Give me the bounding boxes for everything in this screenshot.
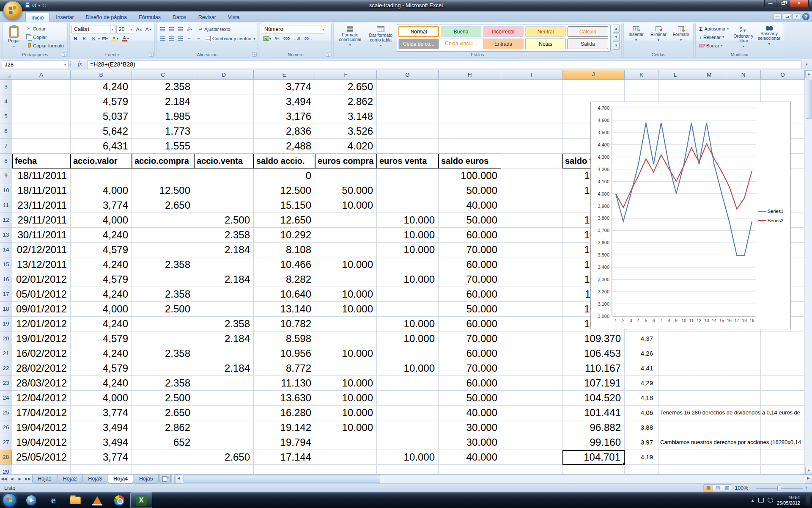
cell-B29[interactable] [71,465,132,474]
row-header-10[interactable]: 10 [0,183,12,198]
gallery-up-button[interactable]: ▲ [613,25,620,33]
tray-expand-icon[interactable]: ▲ [751,498,754,502]
office-button[interactable] [3,1,22,19]
first-sheet-button[interactable]: ◀◀ [0,475,8,483]
cell-F5[interactable]: 3.148 [315,109,377,124]
gallery-more-button[interactable]: ▼ [613,41,620,50]
cell-M20[interactable] [692,331,726,346]
cell-L28[interactable] [658,450,692,465]
cell-G7[interactable] [377,139,439,154]
cell-H12[interactable]: 50.000 [439,213,501,228]
zoom-level[interactable]: 100% [735,485,748,491]
cell-J20[interactable]: 109.370 [562,331,625,346]
cell-C10[interactable]: 12.500 [132,183,194,198]
row-header-15[interactable]: 15 [0,257,12,272]
network-icon[interactable] [758,498,764,502]
cell-D19[interactable]: 2.358 [194,317,254,331]
shrink-font-button[interactable]: A▼ [144,25,153,33]
cell-I4[interactable] [501,94,562,109]
underline-button[interactable]: S [89,35,97,43]
cell-B24[interactable]: 4,000 [71,391,132,406]
increase-decimal-button[interactable]: ←,0 [292,35,302,43]
cell-A9[interactable]: 18/11/2011 [12,168,71,183]
autosum-button[interactable]: ΣAutosuma▾ [697,25,730,33]
portapapeles-dialog-launcher[interactable]: ↘ [62,52,66,57]
cell-C20[interactable] [132,331,194,346]
cell-G12[interactable]: 10.000 [377,213,439,228]
cell-G13[interactable]: 10.000 [377,228,439,243]
cell-F11[interactable]: 10.000 [315,198,377,213]
cell-I22[interactable] [501,361,562,376]
insert-worksheet-button[interactable] [159,475,171,483]
cell-H3[interactable] [439,80,501,94]
cell-A23[interactable]: 28/03/2012 [12,376,71,391]
cell-J29[interactable] [562,465,625,474]
cell-N29[interactable] [726,465,761,474]
cell-E17[interactable]: 10.640 [254,287,315,302]
page-break-view-button[interactable]: ▥ [722,485,732,491]
format-painter-button[interactable]: Copiar formato [25,41,66,50]
taskbar-icon-media-player[interactable] [20,492,42,508]
row-header-21[interactable]: 21 [0,346,12,361]
cell-H5[interactable] [439,109,501,124]
cell-I12[interactable] [501,213,562,228]
cell-B16[interactable]: 4,579 [71,272,132,287]
cell-style-c-lculo[interactable]: Cálculo [568,26,608,37]
cell-F7[interactable]: 4.020 [315,139,377,154]
column-header-A[interactable]: A [12,70,71,80]
orientation-button[interactable]: ab▾ [185,25,194,33]
increase-indent-button[interactable]: ⇥ [194,35,202,43]
scroll-down-button[interactable]: ▼ [805,467,812,474]
cell-A19[interactable]: 12/01/2012 [12,317,71,331]
row-header-12[interactable]: 12 [0,213,12,228]
tab-splitter[interactable] [171,475,175,483]
cell-E7[interactable]: 2,488 [254,139,315,154]
cell-style-buena[interactable]: Buena [441,26,481,37]
cell-D3[interactable] [194,80,254,94]
row-header-7[interactable]: 7 [0,139,12,154]
cell-M24[interactable] [692,391,726,406]
cell-style-notas[interactable]: Notas [525,39,566,49]
taskbar-icon-internet-explorer[interactable]: e [42,492,64,508]
cell-B20[interactable]: 4,579 [71,331,132,346]
sheet-tab-hoja2[interactable]: Hoja2 [58,475,82,483]
font-name-combo[interactable]: Calibri▾ [71,25,115,33]
cell-H8[interactable]: saldo euros [439,154,501,168]
cell-J24[interactable]: 104.520 [562,391,625,406]
align-top-button[interactable] [159,25,167,33]
cell-D4[interactable] [194,94,254,109]
cell-F14[interactable] [315,243,377,257]
cell-B4[interactable]: 4,579 [71,94,132,109]
find-select-button[interactable]: Buscar y seleccionar▾ [756,25,782,52]
column-header-F[interactable]: F [315,70,377,80]
cell-A5[interactable] [12,109,71,124]
cell-B26[interactable]: 3,494 [71,420,132,435]
cell-D28[interactable]: 2.650 [194,450,254,465]
cell-O21[interactable] [761,346,805,361]
cell-N26[interactable] [726,420,761,435]
cell-I20[interactable] [501,331,562,346]
cell-D14[interactable]: 2.184 [194,243,254,257]
fill-button[interactable]: ↓Rellenar▾ [697,33,730,41]
cell-H25[interactable]: 40.000 [439,406,501,420]
cell-D25[interactable] [194,406,254,420]
align-center-button[interactable] [167,35,176,43]
cell-F12[interactable] [315,213,377,228]
sheet-tab-hoja4[interactable]: Hoja4 [108,475,133,483]
cell-D8[interactable]: accio.venta [194,154,254,168]
column-header-I[interactable]: I [501,70,562,80]
cell-H16[interactable]: 70.000 [439,272,501,287]
cell-O22[interactable] [761,361,805,376]
cell-G27[interactable] [377,435,439,450]
cell-H28[interactable]: 40.000 [439,450,501,465]
cell-O23[interactable] [761,376,805,391]
cell-N28[interactable] [726,450,761,465]
cell-B12[interactable]: 4,000 [71,213,132,228]
row-header-23[interactable]: 23 [0,376,12,391]
vertical-scroll-thumb[interactable] [806,80,812,119]
cell-H20[interactable]: 70.000 [439,331,501,346]
cell-I27[interactable] [501,435,562,450]
cell-A21[interactable]: 16/02/2012 [12,346,71,361]
workbook-close-button[interactable]: ✕ [793,14,801,20]
cell-L20[interactable] [658,331,692,346]
